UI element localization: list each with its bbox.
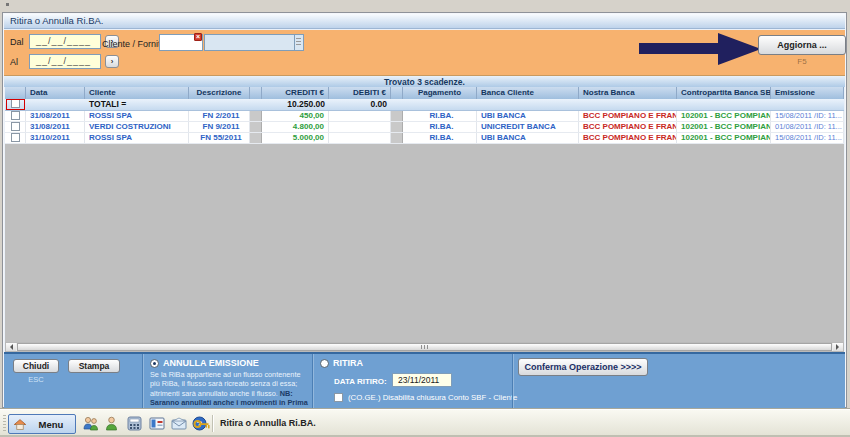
annulla-emissione-radio[interactable] bbox=[150, 359, 159, 368]
data-ritiro-input[interactable]: 23/11/2011 bbox=[392, 373, 452, 387]
cell-data: 31/08/2011 bbox=[26, 122, 85, 132]
grid-empty-area bbox=[5, 144, 844, 342]
col-nostra-banca[interactable]: Nostra Banca bbox=[579, 87, 677, 99]
row-checkbox[interactable] bbox=[11, 133, 20, 142]
annotation-arrow-icon bbox=[639, 32, 763, 66]
scroll-left-button[interactable] bbox=[6, 343, 16, 351]
cell-nostra-banca: BCC POMPIANO E FRANCI... bbox=[579, 122, 677, 132]
col-crediti[interactable]: CREDITI € bbox=[262, 87, 329, 99]
col-debiti[interactable]: DEBITI € bbox=[329, 87, 391, 99]
cell-cliente: ROSSI SPA bbox=[85, 111, 189, 121]
cell-crediti: 4.800,00 bbox=[262, 122, 329, 132]
menu-button[interactable]: Menu bbox=[8, 414, 76, 434]
totals-debiti: 0.00 bbox=[329, 99, 391, 110]
cell-banca-cliente: UBI BANCA bbox=[477, 111, 579, 121]
cell-emissione: 01/08/2011 /ID: 11... bbox=[771, 122, 844, 132]
cell-contropartita: 102001 - BCC POMPIANO ... bbox=[677, 133, 771, 143]
mail-icon[interactable] bbox=[170, 415, 187, 432]
aggiorna-shortcut: F5 bbox=[758, 57, 846, 66]
cell-data: 31/08/2011 bbox=[26, 111, 85, 121]
home-icon bbox=[13, 418, 27, 431]
app-window: Ritira o Annulla Ri.BA. Dal __/__/____ ›… bbox=[2, 12, 847, 408]
focus-rect bbox=[6, 99, 25, 110]
cell-descrizione: FN 9/2011 bbox=[189, 122, 250, 132]
dal-label: Dal bbox=[10, 37, 24, 47]
coge-checkbox[interactable] bbox=[334, 393, 343, 402]
users-icon[interactable] bbox=[82, 415, 99, 432]
col-emissione[interactable]: Emissione bbox=[771, 87, 844, 99]
taskbar-grip[interactable] bbox=[3, 415, 6, 433]
scadenze-table: Data Cliente Descrizione CREDITI € DEBIT… bbox=[5, 87, 844, 144]
key-icon[interactable] bbox=[193, 415, 210, 432]
cell-nostra-banca: BCC POMPIANO E FRANCI... bbox=[579, 111, 677, 121]
horizontal-scrollbar[interactable] bbox=[5, 342, 844, 352]
taskbar-active-title: Ritira o Annulla Ri.BA. bbox=[220, 418, 316, 428]
menu-label: Menu bbox=[27, 419, 75, 430]
action-panel: Chiudi ESC Stampa ANNULLA EMISSIONE Se l… bbox=[4, 352, 845, 408]
cell-debiti bbox=[329, 133, 391, 143]
calculator-icon[interactable] bbox=[126, 415, 143, 432]
window-title: Ritira o Annulla Ri.BA. bbox=[4, 14, 845, 29]
scrollbar-thumb[interactable] bbox=[17, 343, 832, 351]
col-data[interactable]: Data bbox=[26, 87, 85, 99]
monitor-icon[interactable] bbox=[148, 415, 165, 432]
conferma-operazione-button[interactable]: Conferma Operazione >>>> bbox=[518, 358, 648, 376]
dal-date-input[interactable]: __/__/____ bbox=[29, 34, 101, 49]
ritira-title: RITIRA bbox=[333, 358, 363, 368]
spinner-icon[interactable] bbox=[294, 35, 303, 50]
totals-row: TOTALI = 10.250.00 0.00 bbox=[5, 99, 844, 111]
row-checkbox[interactable] bbox=[11, 122, 20, 131]
cell-nostra-banca: BCC POMPIANO E FRANCI... bbox=[579, 133, 677, 143]
table-header[interactable]: Data Cliente Descrizione CREDITI € DEBIT… bbox=[5, 87, 844, 99]
totals-label: TOTALI = bbox=[85, 99, 189, 110]
ritira-radio[interactable] bbox=[320, 359, 329, 368]
cell-pagamento: RI.BA. bbox=[403, 122, 477, 132]
cell-contropartita: 102001 - BCC POMPIANO ... bbox=[677, 122, 771, 132]
cell-crediti: 450,00 bbox=[262, 111, 329, 121]
cell-contropartita: 102001 - BCC POMPIANO ... bbox=[677, 111, 771, 121]
col-banca-cliente[interactable]: Banca Cliente bbox=[477, 87, 579, 99]
taskbar: Menu bbox=[0, 408, 850, 437]
desktop: Ritira o Annulla Ri.BA. Dal __/__/____ ›… bbox=[0, 0, 850, 437]
cell-data: 31/10/2011 bbox=[26, 133, 85, 143]
cell-banca-cliente: UNICREDIT BANCA bbox=[477, 122, 579, 132]
table-row[interactable]: 31/08/2011 VERDI COSTRUZIONI FN 9/2011 4… bbox=[5, 122, 844, 133]
aggiorna-button[interactable]: Aggiorna ... bbox=[758, 35, 846, 55]
table-rows: 31/08/2011 ROSSI SPA FN 2/2011 450,00 RI… bbox=[5, 111, 844, 144]
cell-banca-cliente: UBI BANCA bbox=[477, 133, 579, 143]
cell-debiti bbox=[329, 111, 391, 121]
cell-debiti bbox=[329, 122, 391, 132]
coge-label: (CO.GE.) Disabilita chiusura Conto SBF -… bbox=[348, 393, 517, 402]
col-cliente[interactable]: Cliente bbox=[85, 87, 189, 99]
taskbar-separator bbox=[212, 415, 213, 432]
totals-crediti: 10.250.00 bbox=[262, 99, 329, 110]
al-picker-button[interactable]: › bbox=[105, 55, 119, 68]
table-row[interactable]: 31/10/2011 ROSSI SPA FN 55/2011 5.000,00… bbox=[5, 133, 844, 144]
cell-crediti: 5.000,00 bbox=[262, 133, 329, 143]
data-ritiro-label: DATA RITIRO: bbox=[334, 377, 387, 386]
col-contropartita[interactable]: Contropartita Banca SBF bbox=[677, 87, 771, 99]
totals-checkbox-cell[interactable] bbox=[5, 99, 26, 110]
scroll-right-button[interactable] bbox=[833, 343, 843, 351]
al-date-input[interactable]: __/__/____ bbox=[29, 54, 101, 69]
user-icon[interactable] bbox=[103, 415, 120, 432]
table-row[interactable]: 31/08/2011 ROSSI SPA FN 2/2011 450,00 RI… bbox=[5, 111, 844, 122]
annulla-emissione-title: ANNULLA EMISSIONE bbox=[163, 358, 259, 368]
cell-cliente: VERDI COSTRUZIONI bbox=[85, 122, 189, 132]
cell-pagamento: RI.BA. bbox=[403, 133, 477, 143]
result-count-bar: Trovato 3 scadenze. bbox=[4, 75, 845, 87]
row-checkbox[interactable] bbox=[11, 111, 20, 120]
stampa-button[interactable]: Stampa bbox=[68, 359, 120, 373]
cliente-name-input[interactable] bbox=[204, 34, 304, 51]
filter-panel: Dal __/__/____ › Al __/__/____ › Cliente… bbox=[4, 30, 845, 75]
desktop-dot bbox=[6, 3, 9, 6]
al-label: Al bbox=[10, 57, 18, 67]
cell-descrizione: FN 2/2011 bbox=[189, 111, 250, 121]
col-pagamento[interactable]: Pagamento bbox=[403, 87, 477, 99]
chiudi-button[interactable]: Chiudi bbox=[13, 359, 59, 373]
cell-emissione: 15/08/2011 /ID: 11... bbox=[771, 111, 844, 121]
col-descrizione[interactable]: Descrizione bbox=[189, 87, 250, 99]
cell-pagamento: RI.BA. bbox=[403, 111, 477, 121]
clear-icon[interactable]: × bbox=[194, 33, 202, 41]
cell-cliente: ROSSI SPA bbox=[85, 133, 189, 143]
